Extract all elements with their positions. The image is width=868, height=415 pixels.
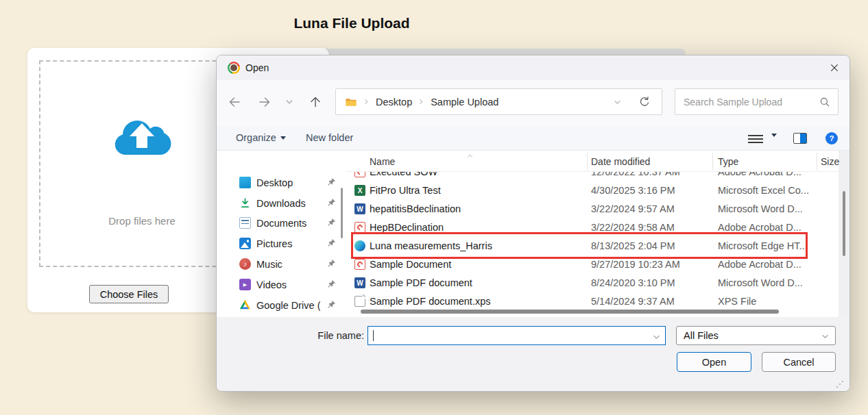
downloads-icon — [239, 197, 251, 209]
open-button[interactable]: Open — [677, 352, 751, 372]
word-icon: W — [354, 277, 365, 288]
column-header-size[interactable]: Size — [821, 156, 839, 167]
sidebar-item-label: Videos — [256, 279, 287, 290]
file-name-combobox — [367, 326, 666, 345]
chevron-down-icon — [285, 97, 294, 107]
videos-icon: ▶ — [239, 279, 251, 290]
new-folder-button[interactable]: New folder — [306, 132, 353, 143]
breadcrumb-item-desktop[interactable]: Desktop — [376, 97, 412, 108]
up-button[interactable] — [309, 95, 322, 112]
address-dropdown-button[interactable] — [613, 98, 622, 109]
organize-button[interactable]: Organize — [236, 132, 286, 143]
sidebar-item-label: Downloads — [256, 198, 306, 209]
sidebar-item-pictures[interactable]: Pictures — [225, 234, 340, 253]
horizontal-scrollbar-thumb[interactable] — [361, 310, 779, 314]
cancel-button[interactable]: Cancel — [762, 352, 836, 372]
sidebar-item-videos[interactable]: ▶Videos — [225, 275, 340, 294]
music-icon: ♪ — [239, 258, 251, 270]
word-icon: W — [354, 203, 365, 214]
back-icon — [228, 95, 241, 109]
chevron-down-icon — [771, 134, 777, 149]
cloud-upload-icon — [108, 111, 176, 159]
file-type-value: All Files — [684, 330, 719, 341]
pictures-icon — [239, 238, 251, 249]
dialog-titlebar: Open — [217, 55, 849, 80]
column-header-date-modified[interactable]: Date modified — [591, 156, 650, 167]
close-icon — [829, 62, 840, 73]
chevron-down-icon — [613, 98, 622, 107]
search-box — [675, 88, 839, 115]
google-drive-icon — [239, 299, 251, 311]
dropzone-label: Drop files here — [60, 215, 224, 227]
file-row[interactable]: Sample PDF document.xps5/14/2024 9:37 AM… — [346, 292, 839, 311]
file-row[interactable]: WhepatitisBdeclination3/22/2024 9:57 AMM… — [346, 200, 839, 218]
list-view-icon[interactable] — [748, 135, 763, 143]
chevron-down-icon — [821, 332, 830, 343]
chevron-right-icon — [418, 98, 425, 105]
sidebar-item-label: Music — [256, 259, 282, 270]
file-icon — [354, 296, 365, 307]
chevron-down-icon[interactable] — [652, 332, 661, 344]
sidebar-item-label: Documents — [256, 218, 306, 229]
excel-icon: X — [354, 185, 365, 196]
chevron-down-icon — [280, 136, 286, 140]
preview-pane-icon[interactable] — [793, 133, 807, 144]
file-name-input[interactable] — [372, 327, 647, 343]
close-button[interactable] — [824, 60, 845, 76]
documents-icon — [239, 217, 251, 229]
back-button[interactable] — [228, 95, 241, 112]
breadcrumb[interactable]: Desktop Sample Upload — [335, 88, 662, 115]
pin-icon — [327, 198, 336, 209]
dialog-title: Open — [245, 62, 269, 73]
pin-icon — [327, 279, 336, 290]
vertical-scrollbar-thumb[interactable] — [843, 191, 845, 256]
forward-icon — [258, 95, 272, 109]
refresh-icon — [638, 96, 651, 108]
view-options-button[interactable] — [771, 137, 777, 149]
choose-files-button[interactable]: Choose Files — [89, 285, 169, 303]
sidebar-item-google-drive[interactable]: Google Drive ( — [225, 295, 340, 315]
file-type-select[interactable]: All Files — [676, 326, 836, 345]
help-button[interactable]: ? — [825, 132, 838, 144]
sidebar-item-label: Desktop — [256, 177, 293, 188]
column-header-name[interactable]: Name — [370, 156, 395, 167]
open-file-dialog: Open Desktop Sample Upload Organize New … — [216, 55, 850, 392]
sidebar-item-label: Google Drive ( — [256, 300, 320, 311]
pdf-icon — [354, 259, 365, 270]
chevron-right-icon — [363, 98, 370, 105]
sidebar-item-desktop[interactable]: Desktop — [225, 173, 340, 192]
column-header-type[interactable]: Type — [718, 156, 738, 167]
file-row[interactable]: XFitPro Ultra Test4/30/2025 3:16 PMMicro… — [346, 181, 839, 200]
folder-icon — [345, 96, 357, 108]
pin-icon — [327, 177, 336, 188]
organize-label: Organize — [236, 132, 276, 143]
forward-button[interactable] — [258, 95, 272, 112]
sidebar-scrollbar[interactable] — [341, 188, 343, 238]
search-input[interactable] — [684, 90, 814, 114]
desktop-icon — [239, 177, 251, 188]
file-row[interactable]: WSample PDF document8/24/2020 3:10 PMMic… — [346, 274, 839, 292]
resize-grip[interactable] — [836, 380, 844, 388]
new-folder-label: New folder — [306, 132, 353, 143]
text-cursor — [373, 330, 374, 341]
refresh-button[interactable] — [638, 96, 651, 110]
search-icon — [819, 97, 830, 110]
pin-icon — [327, 238, 336, 249]
sidebar-item-downloads[interactable]: Downloads — [225, 193, 340, 213]
command-bar: Organize New folder ? — [217, 126, 850, 151]
breadcrumb-item-sample-upload[interactable]: Sample Upload — [431, 97, 498, 108]
recent-locations-button[interactable] — [285, 97, 294, 110]
sidebar-item-label: Pictures — [256, 238, 292, 249]
chrome-icon — [228, 62, 240, 74]
sidebar-item-documents[interactable]: Documents — [225, 213, 340, 233]
list-header: Name Date modified Type Size — [346, 151, 839, 172]
sort-ascending-icon — [466, 151, 474, 162]
dialog-footer: File name: All Files Open Cancel — [217, 317, 850, 392]
sidebar-item-music[interactable]: ♪Music — [225, 254, 340, 274]
pdf-icon — [354, 222, 365, 233]
pin-icon — [327, 218, 336, 229]
file-name-label: File name: — [292, 330, 364, 341]
page-title: Luna File Upload — [0, 15, 703, 32]
up-arrow-icon — [309, 95, 322, 109]
pin-icon — [327, 259, 336, 270]
